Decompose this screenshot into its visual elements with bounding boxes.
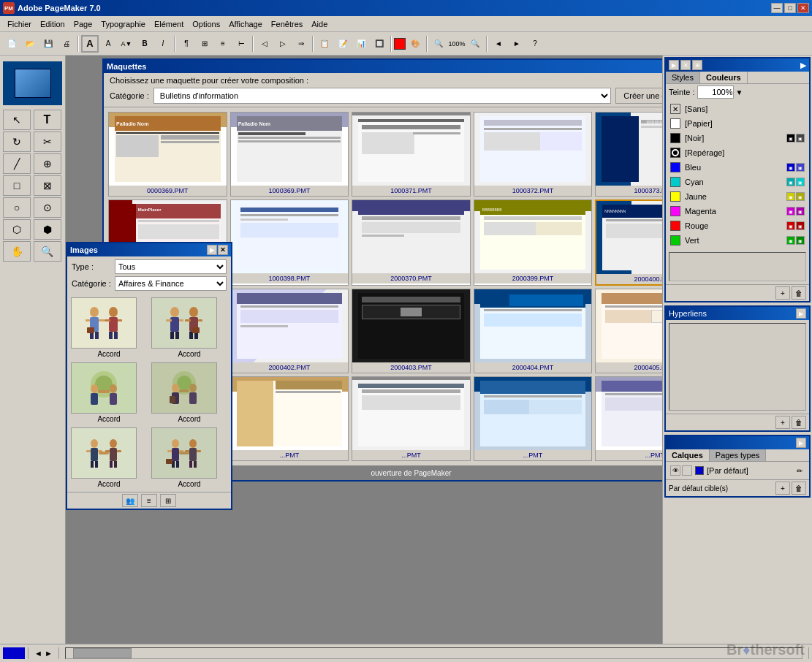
image-thumb-3[interactable]: Accord	[151, 362, 228, 424]
category-select[interactable]: Bulletins d'information	[153, 88, 612, 104]
template-item-2[interactable]: 1000371.PMT	[352, 112, 471, 197]
color-tool2[interactable]: 🎨	[406, 35, 424, 53]
calques-add-btn[interactable]: +	[775, 482, 790, 495]
new-tool[interactable]: 📄	[3, 35, 20, 53]
menu-element[interactable]: Elément	[150, 18, 188, 30]
scroll-track[interactable]	[65, 647, 802, 659]
menu-options[interactable]: Options	[188, 18, 224, 30]
color-item-sans[interactable]: ✕ [Sans]	[667, 102, 808, 116]
menu-page[interactable]: Page	[69, 18, 97, 30]
color-item-reperage[interactable]: [Repérage]	[667, 145, 808, 160]
menu-typographie[interactable]: Typographie	[96, 18, 150, 30]
images-close[interactable]: ✕	[218, 245, 228, 255]
italic-tool[interactable]: I	[154, 35, 172, 53]
lock-icon[interactable]	[682, 465, 692, 476]
frame-tool[interactable]: ⊞	[196, 35, 213, 53]
bold-tool[interactable]: B	[136, 35, 153, 53]
template-item-7[interactable]: 2000370.PMT	[352, 199, 471, 286]
template-item-19[interactable]: ...PMT	[595, 376, 662, 461]
align-tool[interactable]: ≡	[214, 35, 232, 53]
rect-frame-tool[interactable]: ⊠	[34, 175, 61, 196]
text-small[interactable]: A	[99, 35, 117, 53]
image-thumb-5[interactable]: Accord	[151, 427, 228, 489]
image-thumb-2[interactable]: Accord	[70, 362, 148, 424]
scroll-thumb[interactable]	[73, 648, 132, 658]
ellipse-frame-tool[interactable]: ⊙	[34, 197, 61, 218]
img-tool3[interactable]: 📊	[352, 35, 370, 53]
template-item-8[interactable]: BBBBBBBB 2000399.PMT	[474, 199, 593, 286]
menu-aide[interactable]: Aide	[307, 18, 332, 30]
color-item-jaune[interactable]: Jaune ▣ ▣	[667, 189, 808, 204]
rouge-rgb[interactable]: ▣	[796, 221, 805, 230]
hand-tool[interactable]: ✋	[3, 241, 31, 262]
close-button[interactable]: ✕	[797, 3, 809, 13]
noir-cmyk[interactable]: ▣	[786, 134, 795, 142]
color-item-noir[interactable]: [Noir] ▣ ▣	[667, 131, 808, 145]
rect-tool[interactable]: □	[3, 175, 31, 196]
img-tool1[interactable]: 📋	[316, 35, 333, 53]
hyperliens-expand[interactable]: ▶	[796, 308, 806, 319]
magenta-rgb[interactable]: ▣	[796, 207, 805, 216]
select-tool[interactable]: ↖	[3, 110, 31, 130]
teinte-input[interactable]	[697, 85, 734, 99]
couleurs-add-btn[interactable]: +	[775, 286, 790, 300]
zoom-out[interactable]: 🔍	[430, 35, 447, 53]
magenta-cmyk[interactable]: ▣	[786, 207, 795, 216]
zoom-in[interactable]: 🔍	[466, 35, 484, 53]
vert-cmyk[interactable]: ▣	[786, 236, 795, 245]
color-item-vert[interactable]: Vert ▣ ▣	[667, 233, 808, 248]
template-item-3[interactable]: 1000372.PMT	[474, 112, 593, 197]
link-back[interactable]: ◁	[256, 35, 273, 53]
create-composition-button[interactable]: Créer une composition	[615, 88, 662, 104]
constrain-tool[interactable]: ⊕	[34, 153, 61, 174]
vert-rgb[interactable]: ▣	[796, 236, 805, 245]
color-tool1[interactable]	[394, 38, 406, 50]
cyan-cmyk[interactable]: ▣	[786, 178, 795, 186]
category-select-images[interactable]: Affaires & Finance	[115, 276, 227, 291]
template-item-6[interactable]: 1000398.PMT	[230, 199, 349, 286]
color-item-bleu[interactable]: Bleu ▣ ▣	[667, 160, 808, 175]
tab-couleurs[interactable]: Couleurs	[700, 72, 748, 83]
calques-delete-btn[interactable]: 🗑	[792, 482, 806, 495]
couleurs-settings-icon[interactable]: ⊕	[692, 60, 702, 70]
menu-fichier[interactable]: Fichier	[3, 18, 36, 30]
couleurs-close-icon[interactable]: ✕	[680, 60, 691, 70]
type-select[interactable]: Tous	[115, 259, 227, 274]
line-tool[interactable]: ╱	[3, 153, 31, 174]
print-tool[interactable]: 🖨	[58, 35, 75, 53]
zoom-100[interactable]: 100%	[448, 35, 466, 53]
template-item-18[interactable]: ...PMT	[474, 376, 593, 461]
images-expand[interactable]: ▶	[207, 245, 217, 255]
menu-edition[interactable]: Edition	[36, 18, 69, 30]
tab-calques[interactable]: Calques	[666, 449, 710, 461]
images-grid-btn[interactable]: ⊞	[160, 494, 176, 507]
color-item-rouge[interactable]: Rouge ▣ ▣	[667, 218, 808, 233]
template-item-14[interactable]: 2000405.PMT	[595, 289, 662, 373]
template-item-12[interactable]: 2000403.PMT	[352, 289, 471, 373]
minimize-button[interactable]: —	[771, 3, 783, 13]
help-tool[interactable]: ?	[526, 35, 544, 53]
poly-tool[interactable]: ⬡	[3, 219, 31, 240]
calques-edit-icon[interactable]: ✏	[794, 465, 805, 476]
jaune-rgb[interactable]: ▣	[796, 192, 805, 201]
image-thumb-1[interactable]: Accord	[151, 297, 228, 359]
img-tool4[interactable]: 🔲	[371, 35, 388, 53]
zoom-tool[interactable]: 🔍	[34, 241, 61, 262]
eye-icon[interactable]: 👁	[670, 465, 680, 476]
image-thumb-0[interactable]: Accord	[70, 297, 148, 359]
page-nav[interactable]: ◄ ►	[31, 649, 56, 658]
nav-next[interactable]: ►	[508, 35, 525, 53]
tab-pages-types[interactable]: Pages types	[710, 449, 767, 461]
cyan-rgb[interactable]: ▣	[796, 178, 805, 186]
bleu-cmyk[interactable]: ▣	[786, 163, 795, 172]
template-item-13[interactable]: 2000404.PMT	[474, 289, 593, 373]
ellipse-tool[interactable]: ○	[3, 197, 31, 218]
text-cursor-tool[interactable]: T	[34, 110, 61, 130]
link-fwd[interactable]: ▷	[274, 35, 292, 53]
rotate-tool[interactable]: ↻	[3, 132, 31, 152]
bleu-rgb[interactable]: ▣	[796, 163, 805, 172]
rouge-cmyk[interactable]: ▣	[786, 221, 795, 230]
template-item-4[interactable]: RRRRRRR 1000373.PMT	[595, 112, 662, 197]
template-item-11[interactable]: 2000402.PMT	[230, 289, 349, 373]
indent-tool[interactable]: ⊢	[232, 35, 250, 53]
